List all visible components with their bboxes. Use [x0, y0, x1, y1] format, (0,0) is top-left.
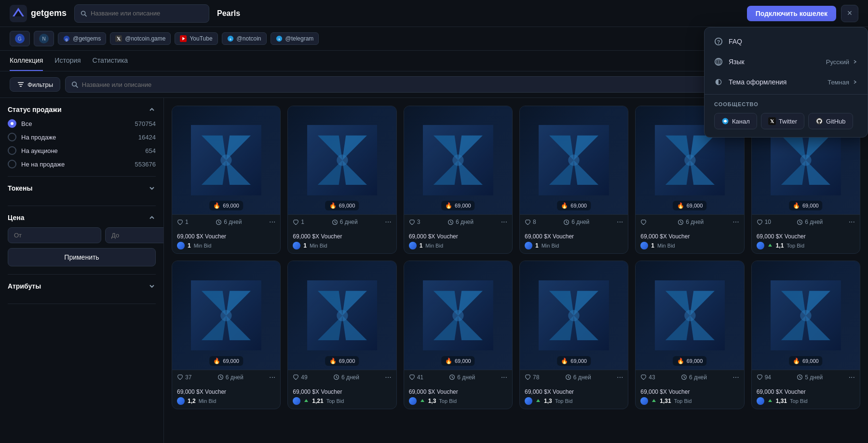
social-item-telegram[interactable]: ✈ @telegram: [271, 32, 319, 45]
nft-image: 🔥 69,000: [404, 261, 512, 369]
card-time: 5 дней: [797, 374, 823, 381]
theme-icon: [714, 78, 723, 86]
card-info: 69,000 $X Voucher 1,1 Top Bid: [752, 229, 860, 253]
nft-card[interactable]: 🔥 69,000 78 6 дней: [519, 261, 628, 409]
card-info: 69,000 $X Voucher 1,31 Top Bid: [636, 385, 744, 409]
radio-on-sale[interactable]: На продаже 16424: [8, 133, 156, 141]
channel-button[interactable]: Канал: [714, 113, 757, 129]
gem-icon: [640, 242, 648, 249]
twitter-icon: 𝕏: [768, 117, 776, 125]
price-header[interactable]: Цена: [8, 214, 156, 222]
radio-not-on-sale[interactable]: Не на продаже 553676: [8, 160, 156, 168]
card-more-button[interactable]: ···: [501, 373, 507, 382]
card-price: 1 Min Bid: [293, 242, 391, 249]
card-stats: 8 6 дней ···: [520, 214, 628, 229]
apply-price-button[interactable]: Применить: [8, 248, 156, 266]
svg-line-80: [220, 377, 221, 378]
card-more-button[interactable]: ···: [732, 218, 739, 226]
nft-card[interactable]: 🔥 69,000 3 6 дней: [404, 106, 513, 254]
close-button[interactable]: ×: [841, 5, 858, 22]
price-from-input[interactable]: [8, 227, 101, 243]
radio-all[interactable]: Все 570754: [8, 119, 156, 128]
svg-line-125: [800, 377, 801, 378]
social-item-notcoin2[interactable]: ✈ @notcoin: [222, 32, 267, 45]
card-price: 1 Min Bid: [640, 242, 739, 249]
card-title: 69,000 $X Voucher: [640, 388, 739, 395]
svg-text:✈: ✈: [278, 38, 281, 41]
social-item-avatar1[interactable]: G: [10, 31, 30, 46]
card-more-button[interactable]: ···: [732, 373, 739, 382]
radio-not-on-sale-circle: [8, 160, 16, 168]
card-more-button[interactable]: ···: [501, 218, 507, 226]
nft-card[interactable]: 🔥 69,000 37 6 дней: [172, 261, 281, 409]
card-stats: 10 6 дней ···: [752, 214, 860, 229]
nft-card[interactable]: 🔥 69,000 94 5 дней: [751, 261, 860, 409]
chevron-right-theme-icon: [852, 79, 858, 85]
heart-icon: [409, 219, 415, 225]
nft-image: 🔥 69,000: [172, 106, 280, 214]
card-likes: 1: [293, 219, 304, 225]
social-item-notcoin[interactable]: 𝕏 @notcoin.game: [110, 32, 171, 45]
svg-line-98: [452, 377, 453, 378]
card-title: 69,000 $X Voucher: [293, 388, 391, 395]
social-item-youtube[interactable]: YouTube: [175, 32, 217, 45]
card-more-button[interactable]: ···: [849, 373, 855, 382]
clock-icon: [797, 374, 803, 380]
github-icon: [815, 117, 823, 125]
twitter-button[interactable]: 𝕏 Twitter: [761, 113, 804, 129]
radio-all-circle: [8, 119, 16, 128]
card-more-button[interactable]: ···: [617, 218, 623, 226]
card-more-button[interactable]: ···: [849, 218, 855, 226]
svg-line-44: [450, 222, 451, 223]
price-type: Top Bid: [555, 398, 573, 404]
svg-point-95: [452, 310, 463, 321]
card-more-button[interactable]: ···: [269, 373, 275, 382]
youtube-icon: [180, 35, 187, 42]
card-more-button[interactable]: ···: [617, 373, 623, 382]
card-more-button[interactable]: ···: [269, 218, 275, 226]
nft-card[interactable]: 🔥 69,000 8 6 дней: [519, 106, 628, 254]
social-item-getgems[interactable]: g @getgems: [58, 32, 106, 45]
menu-faq[interactable]: ? FAQ: [705, 31, 868, 52]
heart-icon: [757, 219, 763, 225]
card-likes: 3: [409, 219, 420, 225]
sale-status-header[interactable]: Статус продажи: [8, 106, 156, 113]
card-title: 69,000 $X Voucher: [293, 233, 391, 240]
price-to-input[interactable]: [105, 227, 164, 243]
svg-line-35: [335, 222, 336, 223]
logo[interactable]: getgems: [10, 5, 67, 22]
header-search[interactable]: [74, 4, 209, 23]
card-more-button[interactable]: ···: [385, 218, 391, 226]
tab-collection[interactable]: Коллекция: [10, 51, 43, 71]
nft-card[interactable]: 🔥 69,000 1 6 дней: [287, 106, 396, 254]
social-item-avatar2[interactable]: N: [34, 31, 54, 46]
card-time: 6 дней: [681, 374, 707, 381]
menu-theme[interactable]: Тема оформления Темная: [705, 72, 868, 92]
nft-image: 🔥 69,000: [288, 261, 396, 369]
tokens-header[interactable]: Токены: [8, 184, 156, 192]
nft-card[interactable]: 🔥 69,000 49 6 дней: [287, 261, 396, 409]
filters-button[interactable]: Фильтры: [10, 77, 60, 92]
nft-card[interactable]: 🔥 69,000 41 6 дней: [404, 261, 513, 409]
tab-history[interactable]: История: [54, 51, 81, 71]
price-inputs: [8, 227, 156, 243]
radio-on-auction[interactable]: На аукционе 654: [8, 146, 156, 155]
price-value: 1,31: [660, 398, 671, 404]
attributes-header[interactable]: Атрибуты: [8, 282, 156, 290]
menu-language[interactable]: Язык Русский: [705, 52, 868, 72]
nft-card[interactable]: 🔥 69,000 1 6 дней: [172, 106, 281, 254]
nft-card[interactable]: 🔥 69,000 43 6 дней: [635, 261, 744, 409]
card-time: 6 дней: [216, 219, 242, 225]
svg-line-62: [681, 222, 682, 223]
card-likes: 10: [757, 219, 771, 225]
card-more-button[interactable]: ···: [385, 373, 391, 382]
top-bid-arrow-icon: [767, 243, 773, 249]
connect-wallet-button[interactable]: Подключить кошелек: [747, 6, 836, 21]
card-title: 69,000 $X Voucher: [525, 388, 623, 395]
header: getgems Pearls Подключить кошелек ×: [0, 0, 868, 27]
nft-x-logo-icon: [539, 280, 609, 351]
github-button[interactable]: GitHub: [808, 113, 853, 129]
header-search-input[interactable]: [91, 10, 203, 17]
svg-point-122: [800, 310, 811, 321]
tab-statistics[interactable]: Статистика: [93, 51, 128, 71]
